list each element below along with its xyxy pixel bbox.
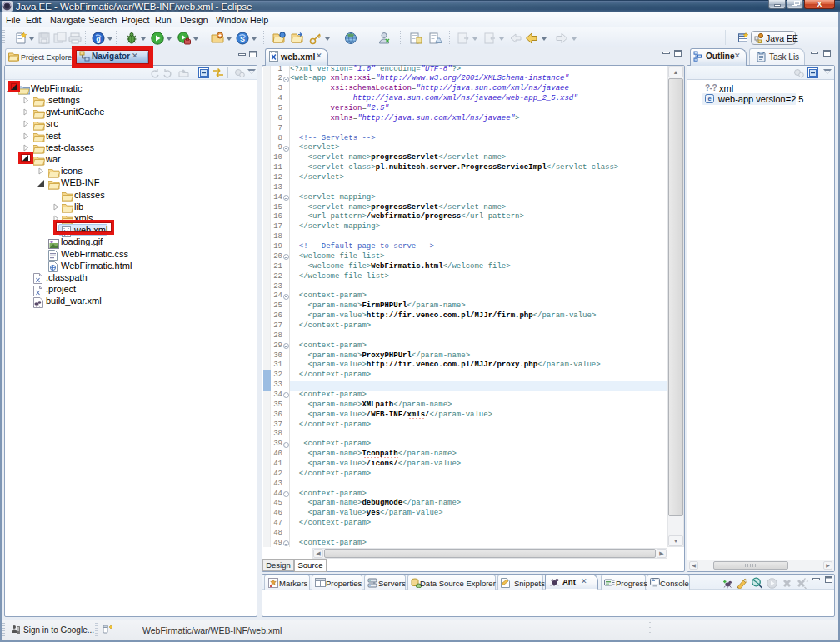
svg-text:S: S (240, 35, 245, 43)
svg-text:g: g (96, 35, 101, 43)
svg-text:e: e (708, 95, 711, 102)
